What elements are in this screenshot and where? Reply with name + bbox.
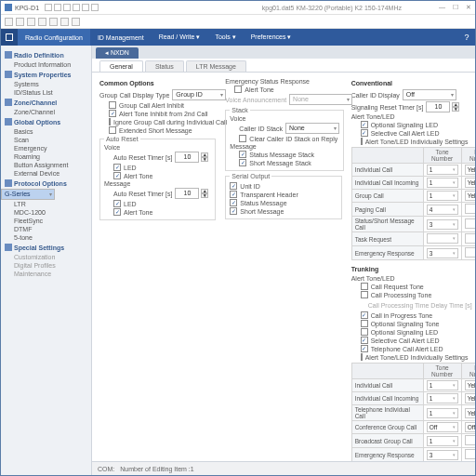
subtab-status[interactable]: Status [145,60,184,72]
chk-t2[interactable] [361,291,368,298]
help-icon[interactable]: ? [458,29,475,46]
table-row: Status/Short Message Call3 [351,217,475,232]
serial-group: Serial Output Unit ID Transparent Header… [225,173,341,219]
chk-so-status[interactable] [230,199,237,206]
chk-short-stack[interactable] [239,159,246,166]
ar-msg-timer-input[interactable]: 10 [175,188,199,199]
table-row: Individual Call Incoming1Yellow [351,177,475,190]
stack-group: Stack Voice Caller ID StackNone Clear Ca… [225,107,344,171]
table-row: Broadcast Group Call1 [351,434,475,448]
main-tabbar: ◂ NXDN [92,46,475,59]
voice-ann-select[interactable]: None [289,94,352,105]
chk-emerg-alert[interactable] [234,86,242,93]
ribbon: Radio Configuration ID Management Read /… [1,29,475,46]
toolbar[interactable] [1,15,475,29]
sb-cat-special[interactable]: Special Settings [1,242,91,253]
chk-so-short[interactable] [230,207,237,215]
sb-basics[interactable]: Basics [1,127,91,136]
ribbon-menu[interactable] [1,29,18,46]
conv-cid-select[interactable]: Off [403,89,456,100]
panel: Common Options Group Call Display TypeGr… [92,73,475,461]
sb-cat-zone[interactable]: Zone/Channel [1,97,91,108]
chk-ar-tone[interactable] [113,172,121,179]
tab-nxdn[interactable]: ◂ NXDN [96,47,139,59]
sb-ltr[interactable]: LTR [1,200,91,208]
chk-arm-led[interactable] [113,200,121,207]
sb-dtmf[interactable]: DTMF [1,225,91,233]
chk-t1[interactable] [361,283,368,290]
chk-status-stack[interactable] [239,151,246,158]
chk-gc-alert-inhibit[interactable] [109,101,116,109]
ar-timer-spin[interactable]: ▴▾ [201,152,208,162]
file-meta: kpg01.dat5 KM-3220 (Portable) K2 150-174… [262,5,402,11]
chk-conv-a2[interactable] [361,129,368,137]
main-area: ◂ NXDN General Status LTR Message Common… [92,46,475,475]
ribbon-tab-id-mgmt[interactable]: ID Management [90,29,152,46]
sb-systems[interactable]: Systems [1,80,91,88]
ribbon-tab-read-write[interactable]: Read / Write ▾ [152,29,208,46]
window-controls[interactable]: —☐✕ [439,4,471,11]
trunk-heading: Trunking [351,266,468,272]
table-row: Conference Group CallOffOff [351,421,475,434]
emerg-heading: Emergency Status Response [225,78,341,85]
sig-timer-spin[interactable]: ▴▾ [452,102,459,112]
chk-t9[interactable] [361,353,363,361]
chk-conv-a1[interactable] [361,121,368,128]
sb-5tone[interactable]: 5-tone [1,233,91,242]
sidebar: Radio Definition Product Information Sys… [1,46,92,475]
chk-t8[interactable] [361,345,368,352]
chk-ar-led[interactable] [113,164,121,171]
sb-ext-device[interactable]: External Device [1,169,91,178]
maximize-icon: ☐ [453,4,458,11]
sb-cat-proto[interactable]: Protocol Options [1,178,91,189]
ribbon-tab-prefs[interactable]: Preferences ▾ [244,29,299,46]
sb-fleetsync[interactable]: FleetSync [1,217,91,225]
ar-msg-timer-spin[interactable]: ▴▾ [201,189,208,198]
sb-zone[interactable]: Zone/Channel [1,108,91,116]
chk-alert-tone-inhibit[interactable] [109,110,116,117]
chk-t6[interactable] [361,328,368,336]
conv-heading: Conventional [351,80,468,86]
sb-digital-profiles[interactable]: Digital Profiles [1,261,91,270]
chk-ext-short-msg[interactable] [109,126,116,134]
sb-id-status[interactable]: ID/Status List [1,88,91,97]
col-right: Conventional Caller ID DisplayOff Signal… [351,78,468,456]
sb-maintenance[interactable]: Maintenance [1,270,91,278]
sb-product-info[interactable]: Product Information [1,60,91,69]
minimize-icon: — [439,4,445,11]
cid-stack-select[interactable]: None [285,123,339,134]
sb-gseries[interactable]: G-Series [1,189,55,200]
app-icon [5,4,12,11]
statusbar: COM: Number of Editing Item :1 [92,461,475,475]
chk-t7[interactable] [361,337,368,344]
sb-emergency[interactable]: Emergency [1,144,91,152]
subtab-ltr[interactable]: LTR Message [186,60,246,72]
quick-icons[interactable] [45,4,99,11]
sb-mdc[interactable]: MDC-1200 [1,208,91,217]
table-row: Emergency Response3 [351,246,475,260]
chk-t4[interactable] [361,311,368,319]
chk-ignore-gc[interactable] [109,118,111,126]
ribbon-tab-radio-config[interactable]: Radio Configuration [18,29,90,46]
ribbon-tab-tools[interactable]: Tools ▾ [207,29,243,46]
ar-timer-input[interactable]: 10 [175,152,199,163]
sb-button-assign[interactable]: Button Assignment [1,161,91,169]
sb-roaming[interactable]: Roaming [1,152,91,161]
sb-cat-sys-props[interactable]: System Properties [1,69,91,80]
chk-conv-a3[interactable] [361,138,363,145]
chk-so-header[interactable] [230,191,237,198]
subtabs: General Status LTR Message [92,59,475,73]
sb-scan[interactable]: Scan [1,136,91,144]
subtab-general[interactable]: General [99,60,143,72]
disp-type-select[interactable]: Group ID [172,89,226,100]
chk-arm-tone[interactable] [113,208,121,216]
chk-clear-cid[interactable] [239,135,246,142]
table-row: Individual Call1Yellow [351,164,475,177]
sb-cat-radio-def[interactable]: Radio Definition [1,49,91,60]
sig-timer-input[interactable]: 10 [426,101,450,112]
chk-so-unitid[interactable] [230,182,237,190]
chk-t5[interactable] [361,320,368,327]
sb-customize[interactable]: Customization [1,253,91,261]
sb-cat-global[interactable]: Global Options [1,116,91,127]
table-row: Task Request [351,232,475,246]
